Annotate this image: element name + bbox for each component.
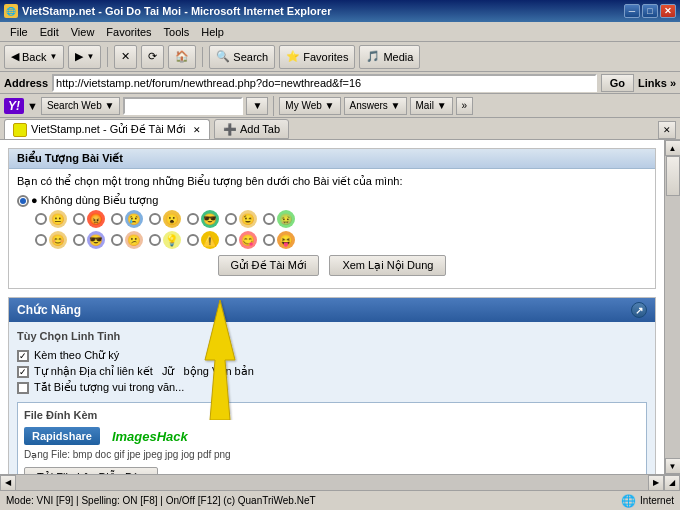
emoji-r2-4[interactable]: ⚠️ bbox=[201, 231, 219, 249]
emoji-radio-r2-5[interactable] bbox=[225, 234, 237, 246]
scroll-up-button[interactable]: ▲ bbox=[665, 140, 681, 156]
no-icon-option[interactable]: ● Không dùng Biểu tượng bbox=[17, 194, 158, 207]
chuc-nang-title: Chức Năng bbox=[17, 303, 81, 317]
emoji-2[interactable]: 😢 bbox=[125, 210, 143, 228]
option-1-checkbox[interactable]: ✓ bbox=[17, 350, 29, 362]
emoji-radio-r2-6[interactable] bbox=[263, 234, 275, 246]
tab-main[interactable]: VietStamp.net - Gửi Đề Tài Mới ✕ bbox=[4, 119, 210, 139]
yahoo-myweb-btn[interactable]: My Web ▼ bbox=[279, 97, 340, 115]
emoji-5[interactable]: 😉 bbox=[239, 210, 257, 228]
emoji-r2-5[interactable]: 😋 bbox=[239, 231, 257, 249]
yahoo-search-label: Search Web ▼ bbox=[47, 100, 115, 111]
yahoo-search-web-btn[interactable]: Search Web ▼ bbox=[41, 97, 121, 115]
yahoo-answers-btn[interactable]: Answers ▼ bbox=[344, 97, 407, 115]
emoji-radio-r2-4[interactable] bbox=[187, 234, 199, 246]
emoji-r2-6[interactable]: 😝 bbox=[277, 231, 295, 249]
emoji-option-r2-2[interactable]: 😕 bbox=[111, 231, 143, 249]
option-2-row: ✓ Tự nhận Địa chỉ liên kết Jữ bộng Văn b… bbox=[17, 365, 647, 378]
option-3-checkbox[interactable] bbox=[17, 382, 29, 394]
yahoo-logo: Y! bbox=[4, 98, 24, 114]
h-scroll-left-button[interactable]: ◀ bbox=[0, 475, 16, 491]
add-tab-button[interactable]: ➕ Add Tab bbox=[214, 119, 289, 139]
emoji-radio-3[interactable] bbox=[149, 213, 161, 225]
emoji-radio-1[interactable] bbox=[73, 213, 85, 225]
emoji-option-r2-3[interactable]: 💡 bbox=[149, 231, 181, 249]
scroll-down-button[interactable]: ▼ bbox=[665, 458, 681, 474]
home-button[interactable]: 🏠 bbox=[168, 45, 196, 69]
app-icon: 🌐 bbox=[4, 4, 18, 18]
emoji-3[interactable]: 😮 bbox=[163, 210, 181, 228]
emoji-option-3[interactable]: 😮 bbox=[149, 210, 181, 228]
menu-edit[interactable]: Edit bbox=[34, 24, 65, 40]
emoji-option-r2-1[interactable]: 😎 bbox=[73, 231, 105, 249]
back-button[interactable]: ◀ Back ▼ bbox=[4, 45, 64, 69]
emoji-4[interactable]: 😎 bbox=[201, 210, 219, 228]
scroll-track[interactable] bbox=[665, 156, 680, 458]
chuc-nang-header: Chức Năng ↗ bbox=[9, 298, 655, 322]
emoji-1[interactable]: 😡 bbox=[87, 210, 105, 228]
refresh-button[interactable]: ⟳ bbox=[141, 45, 164, 69]
emoji-option-r2-0[interactable]: 😊 bbox=[35, 231, 67, 249]
maximize-button[interactable]: □ bbox=[642, 4, 658, 18]
yahoo-bar: Y! ▼ Search Web ▼ ▼ My Web ▼ Answers ▼ M… bbox=[0, 94, 680, 118]
emoji-radio-4[interactable] bbox=[187, 213, 199, 225]
emoji-option-5[interactable]: 😉 bbox=[225, 210, 257, 228]
submit-button[interactable]: Gửi Đề Tài Mới bbox=[218, 255, 320, 276]
emoji-option-2[interactable]: 😢 bbox=[111, 210, 143, 228]
emoji-r2-1[interactable]: 😎 bbox=[87, 231, 105, 249]
emoji-option-4[interactable]: 😎 bbox=[187, 210, 219, 228]
tab-close-all-button[interactable]: ✕ bbox=[658, 121, 676, 139]
emoji-option-r2-6[interactable]: 😝 bbox=[263, 231, 295, 249]
yahoo-getmore-btn[interactable]: ▼ bbox=[246, 97, 268, 115]
preview-button[interactable]: Xem Lại Nội Dung bbox=[329, 255, 446, 276]
menu-view[interactable]: View bbox=[65, 24, 101, 40]
emoji-option-r2-5[interactable]: 😋 bbox=[225, 231, 257, 249]
yahoo-dropdown-icon[interactable]: ▼ bbox=[27, 100, 38, 112]
upload-button[interactable]: Tải File Lên Diễn Đàn bbox=[24, 467, 158, 474]
rapidshare-button[interactable]: Rapidshare bbox=[24, 427, 100, 445]
emoji-option-6[interactable]: 🤢 bbox=[263, 210, 295, 228]
emoji-r2-0[interactable]: 😊 bbox=[49, 231, 67, 249]
yahoo-mail-btn[interactable]: Mail ▼ bbox=[410, 97, 453, 115]
no-icon-radio[interactable] bbox=[17, 195, 29, 207]
go-button[interactable]: Go bbox=[601, 74, 634, 92]
emoji-option-1[interactable]: 😡 bbox=[73, 210, 105, 228]
minimize-button[interactable]: ─ bbox=[624, 4, 640, 18]
yahoo-search-input[interactable] bbox=[123, 97, 243, 115]
emoji-6[interactable]: 🤢 bbox=[277, 210, 295, 228]
imageshack-button[interactable]: ImagesHack bbox=[108, 427, 192, 445]
forward-button[interactable]: ▶ ▼ bbox=[68, 45, 101, 69]
media-button[interactable]: 🎵 Media bbox=[359, 45, 420, 69]
yahoo-more-btn[interactable]: » bbox=[456, 97, 474, 115]
emoji-option-0[interactable]: 😐 bbox=[35, 210, 67, 228]
emoji-radio-0[interactable] bbox=[35, 213, 47, 225]
emoji-radio-r2-3[interactable] bbox=[149, 234, 161, 246]
emoji-radio-2[interactable] bbox=[111, 213, 123, 225]
menu-favorites[interactable]: Favorites bbox=[100, 24, 157, 40]
search-button[interactable]: 🔍 Search bbox=[209, 45, 275, 69]
menu-help[interactable]: Help bbox=[195, 24, 230, 40]
emoji-radio-r2-0[interactable] bbox=[35, 234, 47, 246]
emoji-radio-r2-1[interactable] bbox=[73, 234, 85, 246]
emoji-option-r2-4[interactable]: ⚠️ bbox=[187, 231, 219, 249]
menu-tools[interactable]: Tools bbox=[158, 24, 196, 40]
emoji-radio-6[interactable] bbox=[263, 213, 275, 225]
emoji-r2-2[interactable]: 😕 bbox=[125, 231, 143, 249]
tab-close-icon[interactable]: ✕ bbox=[193, 125, 201, 135]
option-2-checkbox[interactable]: ✓ bbox=[17, 366, 29, 378]
emoji-radio-5[interactable] bbox=[225, 213, 237, 225]
emoji-radio-r2-2[interactable] bbox=[111, 234, 123, 246]
bieu-tuong-desc: Bạn có thể chọn một trong những Biểu tượ… bbox=[17, 175, 647, 188]
menu-file[interactable]: File bbox=[4, 24, 34, 40]
emoji-0[interactable]: 😐 bbox=[49, 210, 67, 228]
forward-arrow-icon: ▶ bbox=[75, 50, 83, 63]
emoji-r2-3[interactable]: 💡 bbox=[163, 231, 181, 249]
h-scroll-right-button[interactable]: ▶ bbox=[648, 475, 664, 491]
address-input[interactable] bbox=[52, 74, 597, 92]
scroll-thumb[interactable] bbox=[666, 156, 680, 196]
collapse-button[interactable]: ↗ bbox=[631, 302, 647, 318]
stop-button[interactable]: ✕ bbox=[114, 45, 137, 69]
close-button[interactable]: ✕ bbox=[660, 4, 676, 18]
favorites-button[interactable]: ⭐ Favorites bbox=[279, 45, 355, 69]
h-scroll-track[interactable] bbox=[16, 475, 648, 490]
